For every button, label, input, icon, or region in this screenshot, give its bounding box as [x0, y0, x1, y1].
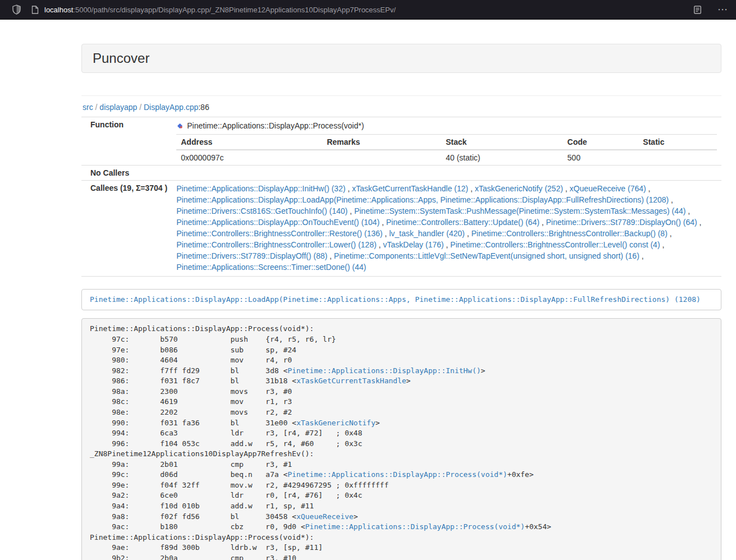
callee-separator: ,	[327, 251, 334, 260]
callee-separator: ,	[646, 184, 651, 193]
shield-icon[interactable]	[12, 4, 21, 15]
page-title: Puncover	[93, 51, 149, 66]
code-symbol-link[interactable]: Pinetime::Applications::DisplayApp::Init…	[287, 366, 481, 375]
no-callers-cell	[172, 166, 721, 181]
callee-link[interactable]: Pinetime::Applications::DisplayApp::Init…	[176, 184, 345, 193]
no-callers-header: No Callers	[81, 166, 172, 181]
address-cell: 0x0000097c	[176, 150, 322, 165]
callee-separator: ,	[345, 184, 352, 193]
more-menu-icon[interactable]: ⋯	[717, 4, 728, 15]
callee-separator: ,	[685, 206, 690, 215]
callee-separator: ,	[668, 229, 672, 238]
callee-link[interactable]: Pinetime::Applications::DisplayApp::Load…	[176, 195, 669, 204]
code-symbol-link[interactable]: xTaskGetCurrentTaskHandle	[296, 377, 406, 385]
callee-separator: ,	[639, 251, 644, 260]
callee-link[interactable]: Pinetime::System::SystemTask::PushMessag…	[354, 206, 686, 215]
stats-header-row: Address Remarks Stack Code Static	[176, 135, 717, 150]
callee-separator: ,	[377, 240, 383, 249]
breadcrumb-line-number: :86	[198, 103, 209, 112]
static-cell	[638, 150, 717, 165]
callee-link[interactable]: Pinetime::Controllers::Battery::Update()…	[386, 218, 540, 227]
disassembly-code: Pinetime::Applications::DisplayApp::Proc…	[81, 318, 721, 560]
reader-view-icon[interactable]	[693, 6, 702, 14]
callee-separator: ,	[697, 218, 702, 227]
browser-topbar: localhost:5000/path/src/displayapp/Displ…	[0, 0, 736, 20]
column-header-stack: Stack	[441, 135, 563, 150]
function-icon	[176, 122, 184, 130]
callee-link[interactable]: xTaskGetCurrentTaskHandle (12)	[352, 184, 468, 193]
divider	[81, 95, 721, 96]
breadcrumb-link[interactable]: DisplayApp.cpp	[144, 103, 198, 112]
callee-link[interactable]: xTaskGenericNotify (252)	[475, 184, 563, 193]
function-table: Function Pinetime::Applications::Display…	[81, 117, 721, 277]
callee-separator: ,	[468, 184, 475, 193]
stack-cell: 40 (static)	[441, 150, 563, 165]
highlighted-symbol-box: Pinetime::Applications::DisplayApp::Load…	[81, 289, 721, 311]
callee-link[interactable]: Pinetime::Applications::Screens::Timer::…	[176, 263, 366, 272]
column-header-static: Static	[638, 135, 717, 150]
code-symbol-link[interactable]: Pinetime::Applications::DisplayApp::Proc…	[305, 522, 525, 531]
breadcrumb-separator: /	[93, 103, 100, 112]
stats-data-row: 0x0000097c 40 (static) 500	[176, 150, 717, 165]
function-name: Pinetime::Applications::DisplayApp::Proc…	[187, 120, 364, 131]
callee-separator: ,	[465, 229, 472, 238]
callee-link[interactable]: Pinetime::Applications::DisplayApp::OnTo…	[176, 218, 380, 227]
callee-link[interactable]: Pinetime::Controllers::BrightnessControl…	[176, 240, 376, 249]
code-symbol-link[interactable]: xQueueReceive	[296, 512, 354, 521]
callee-separator: ,	[382, 229, 389, 238]
highlighted-symbol-link[interactable]: Pinetime::Applications::DisplayApp::Load…	[90, 295, 701, 304]
main-content: Puncover src / displayapp / DisplayApp.c…	[81, 44, 721, 560]
url-bar[interactable]: localhost:5000/path/src/displayapp/Displ…	[44, 6, 396, 14]
code-symbol-link[interactable]: Pinetime::Applications::DisplayApp::Proc…	[287, 470, 507, 479]
callee-separator: ,	[348, 206, 354, 215]
callees-list: Pinetime::Applications::DisplayApp::Init…	[172, 181, 721, 277]
breadcrumb: src / displayapp / DisplayApp.cpp:86	[83, 103, 721, 112]
page-title-panel: Puncover	[81, 44, 721, 73]
callee-link[interactable]: Pinetime::Drivers::St7789::DisplayOn() (…	[546, 218, 697, 227]
no-callers-row: No Callers	[81, 166, 721, 181]
callee-separator: ,	[563, 184, 570, 193]
callee-link[interactable]: lv_task_handler (420)	[389, 229, 465, 238]
stats-table: Address Remarks Stack Code Static 0x0000…	[176, 134, 717, 165]
callees-header: Callees (19, Σ=3704 )	[81, 181, 172, 277]
function-row: Function Pinetime::Applications::Display…	[81, 117, 721, 166]
callee-link[interactable]: xQueueReceive (764)	[570, 184, 646, 193]
callees-row: Callees (19, Σ=3704 ) Pinetime::Applicat…	[81, 181, 721, 277]
callee-link[interactable]: Pinetime::Drivers::Cst816S::GetTouchInfo…	[176, 206, 348, 215]
callee-link[interactable]: Pinetime::Controllers::BrightnessControl…	[471, 229, 667, 238]
code-cell: 500	[563, 150, 639, 165]
callee-link[interactable]: Pinetime::Controllers::BrightnessControl…	[450, 240, 660, 249]
column-header-remarks: Remarks	[322, 135, 441, 150]
page-info-icon[interactable]	[31, 6, 39, 14]
callee-link[interactable]: Pinetime::Drivers::St7789::DisplayOff() …	[176, 251, 327, 260]
remarks-cell	[322, 150, 441, 165]
callee-separator: ,	[540, 218, 546, 227]
column-header-address: Address	[176, 135, 322, 150]
callee-separator: ,	[444, 240, 450, 249]
callee-separator: ,	[669, 195, 673, 204]
breadcrumb-link[interactable]: displayapp	[99, 103, 137, 112]
function-row-header: Function	[81, 117, 172, 166]
function-head: Pinetime::Applications::DisplayApp::Proc…	[176, 120, 717, 131]
callee-link[interactable]: Pinetime::Controllers::BrightnessControl…	[176, 229, 382, 238]
callee-link[interactable]: vTaskDelay (176)	[383, 240, 444, 249]
callee-separator: ,	[660, 240, 665, 249]
callee-link[interactable]: Pinetime::Components::LittleVgl::SetNewT…	[334, 251, 639, 260]
breadcrumb-link[interactable]: src	[83, 103, 93, 112]
url-path: :5000/path/src/displayapp/DisplayApp.cpp…	[73, 6, 396, 14]
callee-separator: ,	[380, 218, 386, 227]
code-symbol-link[interactable]: xTaskGenericNotify	[296, 419, 376, 427]
url-host: localhost	[44, 6, 73, 14]
column-header-code: Code	[563, 135, 639, 150]
breadcrumb-separator: /	[137, 103, 144, 112]
